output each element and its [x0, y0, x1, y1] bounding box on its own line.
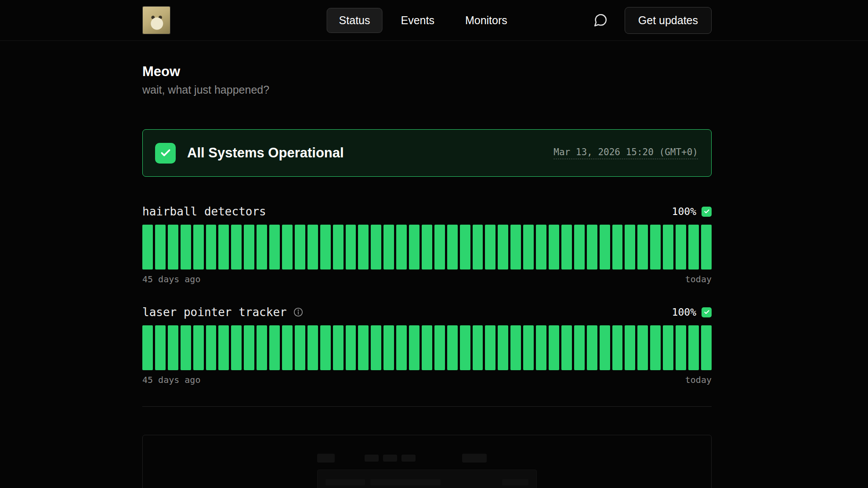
- uptime-bar[interactable]: [422, 325, 432, 370]
- uptime-bar[interactable]: [396, 325, 407, 370]
- uptime-bar[interactable]: [663, 325, 673, 370]
- uptime-bar[interactable]: [358, 325, 369, 370]
- uptime-bar[interactable]: [549, 325, 559, 370]
- uptime-bar[interactable]: [549, 225, 559, 269]
- uptime-bar[interactable]: [409, 325, 420, 370]
- chat-button[interactable]: [593, 13, 608, 28]
- uptime-bar[interactable]: [307, 225, 318, 269]
- uptime-bar[interactable]: [460, 225, 470, 269]
- uptime-bar[interactable]: [155, 325, 166, 370]
- monitor-name: laser pointer tracker: [142, 306, 287, 319]
- uptime-bar[interactable]: [536, 225, 546, 269]
- uptime-bar[interactable]: [587, 225, 597, 269]
- uptime-bar[interactable]: [625, 225, 635, 269]
- uptime-bar[interactable]: [257, 225, 267, 269]
- uptime-bar[interactable]: [282, 225, 293, 269]
- uptime-bar[interactable]: [320, 325, 331, 370]
- uptime-bar[interactable]: [269, 225, 280, 269]
- uptime-bar[interactable]: [320, 225, 331, 269]
- uptime-bar[interactable]: [625, 325, 635, 370]
- uptime-bar[interactable]: [333, 225, 344, 269]
- uptime-bar[interactable]: [282, 325, 293, 370]
- uptime-bar[interactable]: [346, 325, 356, 370]
- uptime-bar[interactable]: [218, 225, 229, 269]
- uptime-bar[interactable]: [383, 325, 394, 370]
- uptime-bar[interactable]: [498, 325, 508, 370]
- uptime-bar[interactable]: [358, 225, 369, 269]
- uptime-bar[interactable]: [295, 325, 305, 370]
- uptime-bar[interactable]: [434, 225, 445, 269]
- uptime-bar[interactable]: [510, 225, 521, 269]
- monitor-uptime-value: 100%: [672, 206, 696, 217]
- uptime-bar[interactable]: [473, 225, 483, 269]
- uptime-bar[interactable]: [650, 225, 661, 269]
- uptime-bar[interactable]: [676, 325, 686, 370]
- uptime-bar[interactable]: [181, 325, 191, 370]
- uptime-bar[interactable]: [663, 225, 673, 269]
- uptime-bar[interactable]: [231, 325, 242, 370]
- uptime-bar[interactable]: [600, 325, 610, 370]
- uptime-bar[interactable]: [422, 225, 432, 269]
- get-updates-button[interactable]: Get updates: [625, 7, 712, 34]
- uptime-bar[interactable]: [600, 225, 610, 269]
- uptime-bar[interactable]: [612, 325, 623, 370]
- uptime-bar[interactable]: [460, 325, 470, 370]
- uptime-bar[interactable]: [473, 325, 483, 370]
- uptime-bar[interactable]: [371, 225, 381, 269]
- uptime-bar[interactable]: [637, 225, 648, 269]
- tab-status[interactable]: Status: [327, 8, 383, 33]
- uptime-bar[interactable]: [612, 225, 623, 269]
- uptime-bar[interactable]: [447, 325, 458, 370]
- uptime-bar[interactable]: [257, 325, 267, 370]
- uptime-bar[interactable]: [688, 225, 699, 269]
- uptime-bar[interactable]: [244, 325, 254, 370]
- info-icon[interactable]: [293, 307, 304, 317]
- tab-events[interactable]: Events: [388, 8, 446, 33]
- uptime-bar[interactable]: [295, 225, 305, 269]
- uptime-bar[interactable]: [396, 225, 407, 269]
- uptime-bar[interactable]: [561, 325, 572, 370]
- uptime-bar[interactable]: [510, 325, 521, 370]
- uptime-bar[interactable]: [561, 225, 572, 269]
- uptime-bar[interactable]: [142, 325, 153, 370]
- uptime-bar[interactable]: [523, 225, 534, 269]
- uptime-bar[interactable]: [536, 325, 546, 370]
- uptime-bar[interactable]: [155, 225, 166, 269]
- uptime-bar[interactable]: [587, 325, 597, 370]
- uptime-bar[interactable]: [206, 225, 217, 269]
- uptime-bar[interactable]: [371, 325, 381, 370]
- uptime-bar[interactable]: [142, 225, 153, 269]
- uptime-bar[interactable]: [206, 325, 217, 370]
- uptime-bar[interactable]: [333, 325, 344, 370]
- uptime-bar[interactable]: [498, 225, 508, 269]
- uptime-bar[interactable]: [650, 325, 661, 370]
- uptime-bar[interactable]: [701, 225, 712, 269]
- uptime-bar[interactable]: [218, 325, 229, 370]
- uptime-bar[interactable]: [168, 325, 178, 370]
- uptime-bar[interactable]: [346, 225, 356, 269]
- uptime-bar[interactable]: [485, 225, 495, 269]
- uptime-bar[interactable]: [485, 325, 495, 370]
- uptime-bar[interactable]: [447, 225, 458, 269]
- uptime-bar[interactable]: [434, 325, 445, 370]
- uptime-bar[interactable]: [676, 225, 686, 269]
- tab-monitors[interactable]: Monitors: [453, 8, 520, 33]
- uptime-bar[interactable]: [523, 325, 534, 370]
- uptime-bar[interactable]: [637, 325, 648, 370]
- uptime-bar[interactable]: [383, 225, 394, 269]
- uptime-bar[interactable]: [181, 225, 191, 269]
- uptime-bar[interactable]: [574, 325, 585, 370]
- uptime-bar[interactable]: [193, 225, 204, 269]
- home-logo-link[interactable]: [142, 6, 170, 34]
- uptime-bar[interactable]: [409, 225, 420, 269]
- uptime-bar[interactable]: [701, 325, 712, 370]
- uptime-bar[interactable]: [244, 225, 254, 269]
- uptime-bar[interactable]: [168, 225, 178, 269]
- uptime-bar[interactable]: [231, 225, 242, 269]
- uptime-bar[interactable]: [574, 225, 585, 269]
- uptime-bar[interactable]: [688, 325, 699, 370]
- uptime-bar[interactable]: [307, 325, 318, 370]
- status-timestamp[interactable]: Mar 13, 2026 15:20 (GMT+0): [553, 147, 698, 159]
- uptime-bar[interactable]: [269, 325, 280, 370]
- uptime-bar[interactable]: [193, 325, 204, 370]
